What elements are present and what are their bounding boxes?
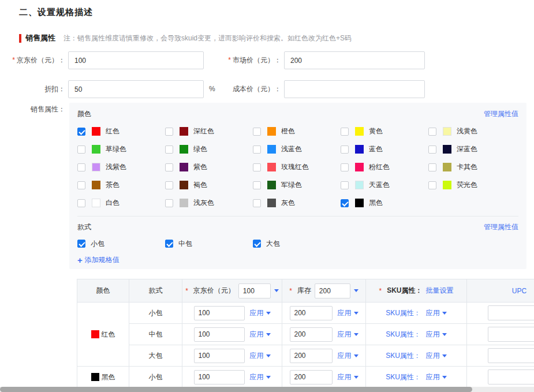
- upc-input[interactable]: [488, 369, 534, 384]
- sku-attr-cell-content: SKU属性：应用: [366, 372, 466, 382]
- stock-apply-dropdown[interactable]: 应用: [338, 330, 359, 339]
- color-swatch: [267, 181, 276, 189]
- upc-input[interactable]: [488, 348, 534, 363]
- required-asterisk: *: [228, 56, 231, 64]
- checkbox[interactable]: [428, 163, 436, 171]
- checkbox[interactable]: [165, 145, 173, 154]
- required-asterisk: *: [12, 56, 15, 64]
- checkbox[interactable]: [428, 145, 436, 154]
- row-stock-input[interactable]: [290, 306, 333, 320]
- sku-apply-dropdown[interactable]: 应用: [426, 330, 447, 339]
- color-option: 绿色: [165, 144, 253, 154]
- row-price-input[interactable]: [194, 349, 245, 363]
- checkbox[interactable]: [341, 145, 349, 154]
- manage-color-values-link[interactable]: 管理属性值: [484, 109, 518, 119]
- checkbox[interactable]: [165, 199, 173, 207]
- color-option-label: 浅黄色: [457, 126, 477, 136]
- checkbox[interactable]: [165, 181, 173, 189]
- upc-input[interactable]: [488, 327, 534, 342]
- apply-label: 应用: [250, 372, 264, 382]
- sku-attr-link[interactable]: SKU属性：: [386, 330, 421, 339]
- batch-set-link[interactable]: 批量设置: [426, 286, 454, 296]
- horizontal-scrollbar[interactable]: [0, 387, 534, 392]
- color-option: 深蓝色: [428, 144, 516, 154]
- row-price-input[interactable]: [194, 327, 245, 342]
- sku-attr-link[interactable]: SKU属性：: [386, 351, 421, 361]
- checkbox[interactable]: [428, 181, 436, 189]
- price-batch-input[interactable]: [238, 283, 271, 298]
- checkbox[interactable]: [165, 128, 173, 136]
- caret-down-icon: [442, 333, 447, 336]
- stock-apply-dropdown[interactable]: 应用: [338, 351, 359, 361]
- color-swatch: [180, 181, 188, 189]
- color-cell-label: 黑色: [102, 372, 115, 382]
- stock-header-label: 库存: [297, 286, 311, 296]
- sku-apply-dropdown[interactable]: 应用: [426, 372, 447, 382]
- manage-style-values-link[interactable]: 管理属性值: [484, 222, 518, 232]
- checkbox[interactable]: [253, 199, 261, 207]
- checkbox[interactable]: [341, 163, 349, 171]
- page-title: 二、设置规格描述: [19, 7, 93, 18]
- checkbox[interactable]: [253, 163, 261, 171]
- style-cell: 小包: [129, 303, 182, 324]
- sku-attr-link[interactable]: SKU属性：: [386, 308, 421, 318]
- table-header-row: 颜色 款式 * 京东价（元） * 库存: [77, 279, 534, 303]
- chevron-down-icon[interactable]: [354, 289, 359, 292]
- checkbox[interactable]: [253, 128, 261, 136]
- price-apply-dropdown[interactable]: 应用: [250, 372, 271, 382]
- checkbox[interactable]: [77, 240, 85, 248]
- sku-attr-cell: SKU属性：应用: [366, 367, 467, 388]
- checkbox[interactable]: [253, 240, 261, 248]
- required-asterisk: *: [379, 287, 382, 295]
- cost-price-input[interactable]: [284, 80, 425, 98]
- sku-apply-dropdown[interactable]: 应用: [426, 351, 447, 361]
- stock-batch-input[interactable]: [315, 283, 350, 298]
- color-options-grid: 红色深红色橙色黄色浅黄色草绿色绿色浅蓝色蓝色深蓝色浅紫色紫色玫瑰红色粉红色卡其色…: [77, 122, 518, 212]
- caret-down-icon: [354, 376, 359, 379]
- checkbox[interactable]: [165, 163, 173, 171]
- color-option: 蓝色: [341, 144, 428, 154]
- checkbox[interactable]: [341, 181, 349, 189]
- stock-cell-content: 应用: [282, 327, 365, 342]
- checkbox[interactable]: [77, 145, 85, 154]
- discount-input[interactable]: [68, 80, 204, 98]
- plus-icon: +: [77, 256, 83, 264]
- row-stock-input[interactable]: [290, 370, 333, 384]
- jd-price-input[interactable]: [68, 51, 204, 69]
- row-price-input[interactable]: [194, 370, 245, 384]
- checkbox[interactable]: [253, 181, 261, 189]
- chevron-down-icon[interactable]: [274, 289, 279, 292]
- checkbox[interactable]: [165, 240, 173, 248]
- row-stock-input[interactable]: [290, 349, 333, 363]
- checkbox[interactable]: [77, 199, 85, 207]
- checkbox[interactable]: [341, 199, 349, 207]
- price-cell: 应用: [182, 367, 282, 388]
- add-spec-value-link[interactable]: + 添加规格值: [77, 255, 518, 265]
- checkbox[interactable]: [77, 163, 85, 171]
- price-cell: 应用: [182, 345, 282, 367]
- price-apply-dropdown[interactable]: 应用: [250, 330, 271, 339]
- stock-apply-dropdown[interactable]: 应用: [338, 308, 359, 318]
- row-stock-input[interactable]: [290, 327, 333, 342]
- color-option: 紫色: [165, 162, 253, 172]
- checkbox[interactable]: [77, 128, 85, 136]
- sku-attr-link[interactable]: SKU属性：: [386, 372, 421, 382]
- sales-attr-note: 注：销售属性维度请慎重修改，会导致skuid变更，进而影响评价和搜索。如红色改为…: [64, 33, 352, 43]
- market-price-input[interactable]: [284, 51, 425, 69]
- sku-apply-dropdown[interactable]: 应用: [426, 308, 447, 318]
- stock-apply-dropdown[interactable]: 应用: [338, 372, 359, 382]
- upc-input[interactable]: [488, 305, 534, 320]
- color-option-label: 黄色: [369, 126, 383, 136]
- checkbox[interactable]: [253, 145, 261, 154]
- checkbox[interactable]: [428, 128, 436, 136]
- apply-label: 应用: [426, 330, 440, 339]
- price-apply-dropdown[interactable]: 应用: [250, 351, 271, 361]
- upc-cell: [467, 345, 534, 367]
- row-price-input[interactable]: [194, 306, 245, 320]
- checkbox[interactable]: [77, 181, 85, 189]
- color-option-label: 天蓝色: [369, 180, 390, 190]
- price-apply-dropdown[interactable]: 应用: [250, 308, 271, 318]
- checkbox[interactable]: [341, 128, 349, 136]
- scrollbar-thumb[interactable]: [0, 387, 472, 392]
- price-cell: 应用: [182, 303, 282, 324]
